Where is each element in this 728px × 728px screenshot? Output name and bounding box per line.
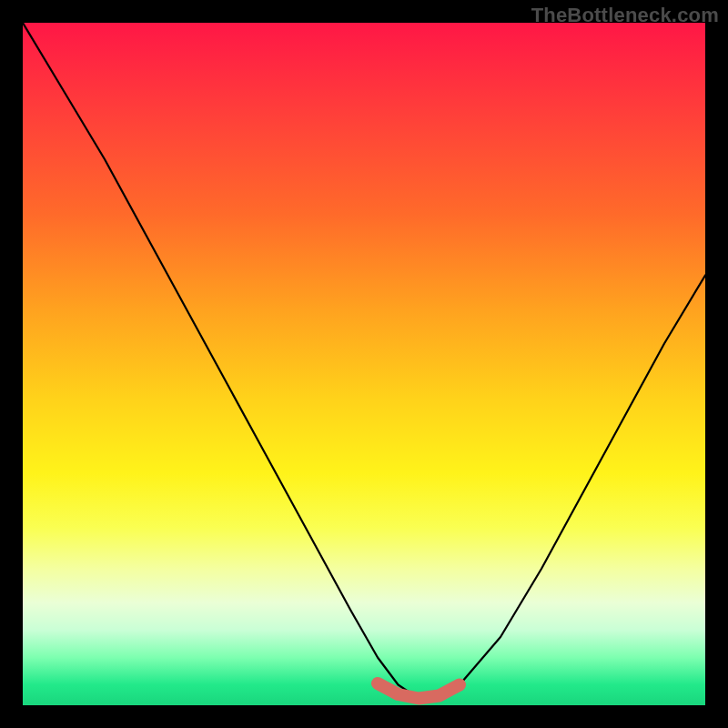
chart-svg <box>23 23 705 705</box>
flat-minimum-highlight-path <box>378 683 460 699</box>
chart-frame: TheBottleneck.com <box>0 0 728 728</box>
bottleneck-curve-path <box>23 23 705 699</box>
plot-area <box>23 23 705 705</box>
